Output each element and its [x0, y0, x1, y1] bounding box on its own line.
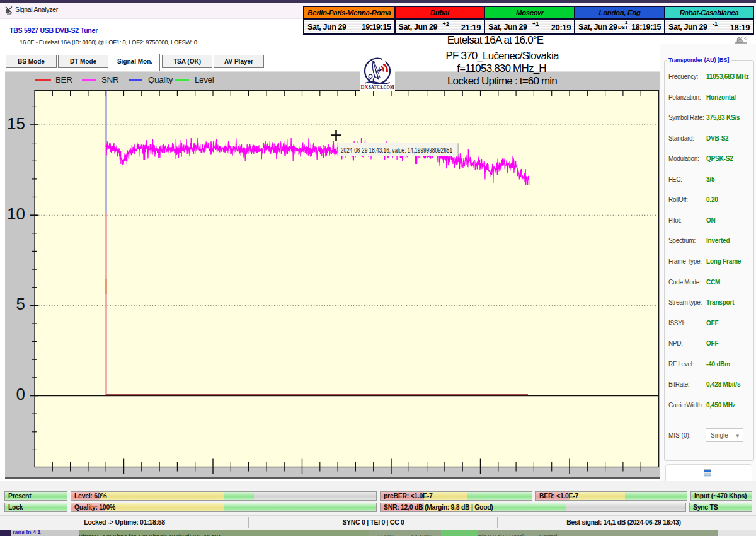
svg-text:10: 10	[7, 204, 25, 223]
svg-text:2024-06-29 18.43.16, value: 14: 2024-06-29 18.43.16, value: 14,199999809…	[341, 146, 452, 154]
svg-text:5: 5	[16, 294, 25, 313]
svg-text:DX: DX	[361, 84, 369, 90]
svg-text:SATCS.COM: SATCS.COM	[369, 84, 394, 90]
svg-text:15: 15	[7, 114, 25, 133]
svg-text:0: 0	[16, 385, 25, 404]
